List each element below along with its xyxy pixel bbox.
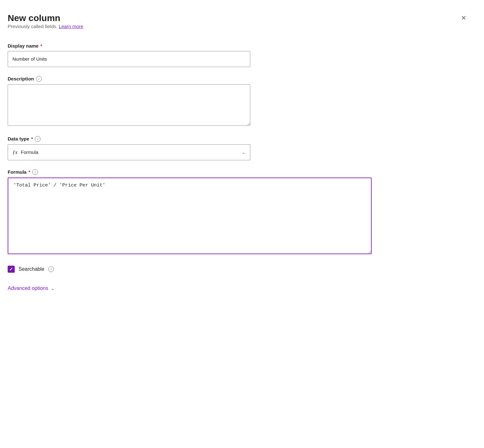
panel-title-area: New column Previously called fields. Lea…	[8, 13, 83, 41]
panel-header: New column Previously called fields. Lea…	[8, 13, 469, 41]
searchable-checkbox[interactable]: ✓	[8, 266, 15, 273]
formula-info-icon[interactable]: i	[32, 169, 38, 175]
data-type-value: Formula	[21, 149, 38, 155]
description-info-icon[interactable]: i	[36, 76, 42, 82]
searchable-info-icon[interactable]: i	[48, 266, 54, 272]
data-type-info-icon[interactable]: i	[35, 136, 41, 142]
data-type-required: *	[31, 136, 33, 141]
panel-title: New column	[8, 13, 83, 24]
searchable-row: ✓ Searchable i	[8, 266, 469, 273]
formula-field-group: Formula * i 'Total Price' / 'Price Per U…	[8, 169, 372, 255]
formula-icon: ƒx	[12, 149, 18, 156]
description-field-group: Description i	[8, 76, 250, 127]
formula-label: Formula * i	[8, 169, 372, 175]
description-input[interactable]	[8, 84, 250, 126]
learn-more-link[interactable]: Learn more	[59, 24, 83, 29]
description-label: Description i	[8, 76, 250, 82]
advanced-options-chevron-icon: ⌄	[51, 286, 55, 291]
advanced-options-label: Advanced options	[8, 285, 48, 291]
panel-subtitle: Previously called fields. Learn more	[8, 24, 83, 29]
data-type-chevron-icon: ⌄	[242, 150, 246, 155]
searchable-checkbox-wrapper[interactable]: ✓ Searchable	[8, 266, 44, 273]
advanced-options-row[interactable]: Advanced options ⌄	[8, 285, 469, 291]
data-type-field-group: Data type * i ƒx Formula ⌄	[8, 136, 250, 160]
display-name-input[interactable]	[8, 51, 250, 67]
display-name-required: *	[41, 43, 42, 49]
check-icon: ✓	[9, 267, 13, 271]
searchable-label: Searchable	[19, 266, 44, 272]
display-name-label: Display name *	[8, 43, 250, 49]
data-type-select[interactable]: ƒx Formula ⌄	[8, 144, 250, 160]
new-column-panel: New column Previously called fields. Lea…	[0, 0, 484, 448]
close-icon: ✕	[461, 15, 466, 21]
data-type-select-wrapper: ƒx Formula ⌄	[8, 144, 250, 160]
close-button[interactable]: ✕	[458, 13, 469, 23]
formula-required: *	[28, 169, 30, 175]
data-type-label: Data type * i	[8, 136, 250, 142]
display-name-field-group: Display name *	[8, 43, 250, 67]
formula-input[interactable]: 'Total Price' / 'Price Per Unit'	[8, 178, 372, 254]
